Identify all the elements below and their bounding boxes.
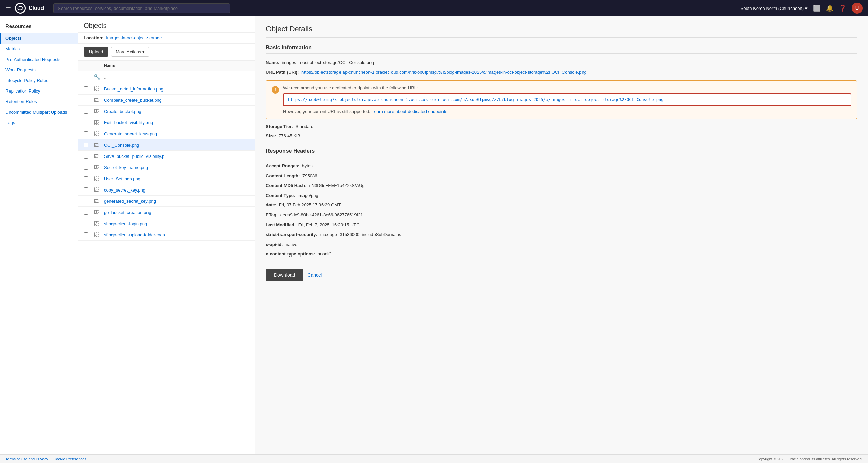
cookie-link[interactable]: Cookie Preferences bbox=[53, 457, 86, 461]
help-icon[interactable]: ❓ bbox=[839, 4, 846, 12]
sidebar-item-label: Retention Rules bbox=[5, 99, 37, 104]
hamburger-menu-icon[interactable]: ☰ bbox=[5, 4, 11, 12]
file-icon: 🖼 bbox=[94, 109, 104, 114]
main-content: Objects Location: images-in-oci-object-s… bbox=[78, 16, 868, 463]
terms-link[interactable]: Terms of Use and Privacy bbox=[5, 457, 48, 461]
objects-toolbar: Upload More Actions ▾ bbox=[78, 44, 255, 61]
file-name[interactable]: sftpgo-client-upload-folder-crea bbox=[104, 232, 249, 237]
table-row[interactable]: 🖼 go_bucket_creation.png bbox=[78, 207, 255, 218]
file-name[interactable]: generated_secret_key.png bbox=[104, 199, 249, 204]
file-name[interactable]: sftpgo-client-login.png bbox=[104, 221, 249, 226]
dedicated-url-box[interactable]: https://axob0tpmsg7x.objectstorage.ap-ch… bbox=[283, 93, 851, 106]
last-modified-row: Last Modified: Fri, Feb 7, 2025, 16:29:1… bbox=[266, 221, 857, 229]
sidebar-item-label: Logs bbox=[5, 120, 15, 125]
x-content-type-label: x-content-type-options: bbox=[266, 251, 315, 257]
detail-panel: Object Details Basic Information Name: i… bbox=[255, 16, 868, 463]
table-row[interactable]: 🖼 copy_secret_key.png bbox=[78, 184, 255, 196]
file-name[interactable]: Edit_bucket_visibility.png bbox=[104, 120, 249, 125]
bell-icon[interactable]: 🔔 bbox=[826, 4, 833, 12]
screen-icon[interactable]: ⬜ bbox=[813, 4, 820, 12]
row-checkbox[interactable] bbox=[84, 131, 88, 136]
file-name[interactable]: Create_bucket.png bbox=[104, 109, 249, 114]
avatar[interactable]: U bbox=[852, 3, 863, 14]
size-value: 776.45 KiB bbox=[279, 133, 300, 138]
row-checkbox[interactable] bbox=[84, 199, 88, 203]
region-selector[interactable]: South Korea North (Chuncheon) ▾ bbox=[741, 6, 808, 11]
dedicated-endpoint-warning: ! We recommend you use dedicated endpoin… bbox=[266, 80, 857, 119]
content-md5-label: Content MD5 Hash: bbox=[266, 183, 307, 188]
table-row[interactable]: 🖼 sftpgo-client-login.png bbox=[78, 218, 255, 229]
row-checkbox[interactable] bbox=[84, 98, 88, 102]
row-checkbox[interactable] bbox=[84, 120, 88, 125]
warning-icon: ! bbox=[272, 86, 279, 94]
file-name[interactable]: copy_secret_key.png bbox=[104, 187, 249, 193]
table-row[interactable]: 🖼 Complete_create_bucket.png bbox=[78, 95, 255, 106]
url-link[interactable]: https://objectstorage.ap-chuncheon-1.ora… bbox=[301, 70, 587, 75]
table-row[interactable]: 🖼 sftpgo-client-upload-folder-crea bbox=[78, 229, 255, 241]
file-name[interactable]: OCI_Console.png bbox=[104, 143, 249, 148]
sidebar-item-label: Uncommitted Multipart Uploads bbox=[5, 110, 67, 115]
sidebar-item-work-requests[interactable]: Work Requests bbox=[0, 65, 78, 75]
table-row[interactable]: 🖼 OCI_Console.png bbox=[78, 139, 255, 151]
sidebar-item-label: Replication Policy bbox=[5, 88, 40, 94]
table-row[interactable]: 🖼 Bucket_detail_information.png bbox=[78, 83, 255, 95]
file-name[interactable]: Save_bucket_public_visibility.p bbox=[104, 154, 249, 159]
file-name[interactable]: User_Settings.png bbox=[104, 176, 249, 181]
date-label: date: bbox=[266, 202, 276, 208]
file-icon: 🖼 bbox=[94, 187, 104, 193]
sidebar-item-retention[interactable]: Retention Rules bbox=[0, 96, 78, 107]
sidebar-item-metrics[interactable]: Metrics bbox=[0, 44, 78, 54]
row-checkbox[interactable] bbox=[84, 143, 88, 147]
global-search-input[interactable] bbox=[53, 3, 230, 13]
row-checkbox[interactable] bbox=[84, 221, 88, 226]
row-checkbox[interactable] bbox=[84, 176, 88, 181]
location-label: Location: bbox=[84, 35, 104, 40]
file-icon: 🖼 bbox=[94, 120, 104, 125]
row-checkbox[interactable] bbox=[84, 210, 88, 215]
row-checkbox[interactable] bbox=[84, 154, 88, 159]
x-api-id-row: x-api-id: native bbox=[266, 241, 857, 248]
date-row: date: Fri, 07 Feb 2025 17:36:29 GMT bbox=[266, 202, 857, 209]
file-icon: 🖼 bbox=[94, 232, 104, 237]
accept-ranges-label: Accept-Ranges: bbox=[266, 163, 299, 168]
more-actions-button[interactable]: More Actions ▾ bbox=[111, 47, 149, 57]
row-checkbox[interactable] bbox=[84, 86, 88, 91]
strict-transport-value: max-age=31536000; includeSubDomains bbox=[320, 232, 401, 237]
file-icon: 🖼 bbox=[94, 153, 104, 159]
upload-button[interactable]: Upload bbox=[84, 47, 108, 57]
table-header-row: Name bbox=[78, 61, 255, 71]
table-row[interactable]: 🖼 Create_bucket.png bbox=[78, 106, 255, 117]
table-row[interactable]: 🖼 Save_bucket_public_visibility.p bbox=[78, 151, 255, 162]
table-row[interactable]: 🖼 generated_secret_key.png bbox=[78, 196, 255, 207]
file-name[interactable]: go_bucket_creation.png bbox=[104, 210, 249, 215]
sidebar-item-logs[interactable]: Logs bbox=[0, 117, 78, 128]
row-checkbox[interactable] bbox=[84, 232, 88, 237]
row-checkbox[interactable] bbox=[84, 109, 88, 114]
copyright-text: Copyright © 2025, Oracle and/or its affi… bbox=[757, 457, 863, 461]
file-name[interactable]: Generate_secret_keys.png bbox=[104, 131, 249, 136]
sidebar-item-lifecycle[interactable]: Lifecycle Policy Rules bbox=[0, 75, 78, 86]
cancel-button[interactable]: Cancel bbox=[307, 272, 322, 278]
action-buttons: Download Cancel bbox=[266, 269, 857, 281]
table-row[interactable]: 🖼 Generate_secret_keys.png bbox=[78, 128, 255, 139]
region-label: South Korea North (Chuncheon) bbox=[741, 6, 804, 11]
file-icon: 🖼 bbox=[94, 221, 104, 226]
x-api-id-value: native bbox=[285, 242, 297, 247]
basic-info-section-title: Basic Information bbox=[266, 45, 857, 54]
file-name[interactable]: Secret_key_name.png bbox=[104, 165, 249, 170]
file-name[interactable]: Complete_create_bucket.png bbox=[104, 98, 249, 103]
learn-more-link[interactable]: Learn more about dedicated endpoints bbox=[371, 109, 447, 114]
download-button[interactable]: Download bbox=[266, 269, 303, 281]
content-md5-row: Content MD5 Hash: nN3D6eFFfvE1o4Z2kS/AUg… bbox=[266, 182, 857, 189]
x-content-type-value: nosniff bbox=[318, 251, 331, 257]
row-checkbox[interactable] bbox=[84, 165, 88, 170]
sidebar-item-objects[interactable]: Objects bbox=[0, 33, 78, 44]
sidebar-item-uncommitted[interactable]: Uncommitted Multipart Uploads bbox=[0, 107, 78, 117]
sidebar-item-replication[interactable]: Replication Policy bbox=[0, 86, 78, 96]
table-row[interactable]: 🖼 User_Settings.png bbox=[78, 173, 255, 184]
row-checkbox[interactable] bbox=[84, 187, 88, 192]
sidebar-item-pre-auth[interactable]: Pre-Authenticated Requests bbox=[0, 54, 78, 65]
file-name[interactable]: Bucket_detail_information.png bbox=[104, 86, 249, 92]
table-row[interactable]: 🖼 Secret_key_name.png bbox=[78, 162, 255, 173]
table-row[interactable]: 🖼 Edit_bucket_visibility.png bbox=[78, 117, 255, 128]
